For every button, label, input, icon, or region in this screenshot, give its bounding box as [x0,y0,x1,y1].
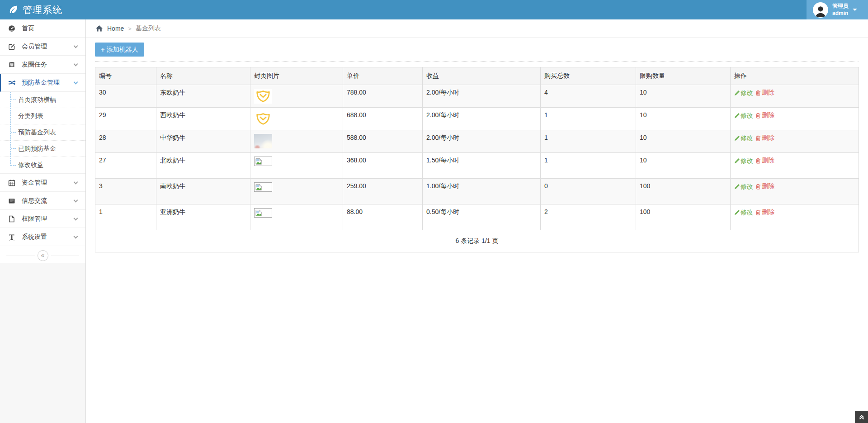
add-robot-button[interactable]: + 添加机器人 [95,43,144,57]
cell-price: 88.00 [343,204,423,230]
cell-limit: 100 [636,204,731,230]
breadcrumb-home[interactable]: Home [107,25,124,32]
table-row: 27北欧奶牛368.001.50/每小时110修改删除 [95,153,859,179]
cell-limit: 10 [636,153,731,179]
cell-image [250,85,343,108]
cell-name: 亚洲奶牛 [156,204,250,230]
sidebar-subitem-label: 分类列表 [18,112,43,120]
sidebar-subitem-purchased[interactable]: 已购预防基金 [0,141,85,157]
main-area: Home > 基金列表 + 添加机器人 编号名称封页图片单价收益购买总数限购数量… [86,19,868,423]
edit-icon [8,43,16,50]
cell-id: 27 [95,153,156,179]
delete-link[interactable]: 删除 [755,89,774,97]
sidebar-item-fund-mgmt[interactable]: 预防基金管理 [0,74,85,92]
delete-link[interactable]: 删除 [755,157,774,165]
cell-actions: 修改删除 [731,85,859,108]
sidebar-subitem-profit[interactable]: 修改收益 [0,157,85,173]
table-row: 3南欧奶牛259.001.00/每小时0100修改删除 [95,179,859,204]
chevron-down-icon [74,80,78,84]
double-chevron-up-icon [859,414,865,420]
column-header: 限购数量 [636,67,731,85]
cell-limit: 10 [636,130,731,153]
sidebar-item-permissions[interactable]: 权限管理 [0,210,85,228]
chevron-down-icon [74,198,78,202]
add-robot-label: 添加机器人 [107,46,138,54]
cover-image-broken [254,208,272,218]
cell-id: 29 [95,108,156,130]
cell-name: 西欧奶牛 [156,108,250,130]
delete-link[interactable]: 删除 [755,182,774,190]
sidebar-item-funds[interactable]: 资金管理 [0,174,85,192]
sidebar-subitem-label: 预防基金列表 [18,128,56,137]
user-menu[interactable]: 管理员 admin [807,0,868,19]
file-icon [8,215,16,223]
table-header-row: 编号名称封页图片单价收益购买总数限购数量操作 [95,67,859,85]
edit-link[interactable]: 修改 [734,112,753,120]
column-header: 编号 [95,67,156,85]
column-header: 名称 [156,67,250,85]
cell-price: 368.00 [343,153,423,179]
fund-table: 编号名称封页图片单价收益购买总数限购数量操作 30东欧奶牛788.002.00/… [95,67,859,252]
cell-image [250,153,343,179]
cell-profit: 2.00/每小时 [423,85,541,108]
sidebar-item-label: 发圈任务 [22,61,74,69]
cell-id: 3 [95,179,156,204]
cell-price: 259.00 [343,179,423,204]
back-to-top-button[interactable] [855,411,868,423]
sidebar-subitem-fund-list[interactable]: 预防基金列表 [0,124,85,141]
fund-table-body: 30东欧奶牛788.002.00/每小时410修改删除29西欧奶牛688.002… [95,85,859,230]
cell-price: 588.00 [343,130,423,153]
sidebar-item-label: 资金管理 [22,179,74,187]
shuffle-icon [8,79,16,86]
content: + 添加机器人 编号名称封页图片单价收益购买总数限购数量操作 30东欧奶牛788… [86,38,868,252]
cell-actions: 修改删除 [731,153,859,179]
column-header: 购买总数 [541,67,636,85]
user-name: admin [832,10,849,17]
sidebar-item-label: 会员管理 [22,43,74,51]
sidebar-item-members[interactable]: 会员管理 [0,38,85,56]
record-count: 6 条记录 1/1 页 [95,230,859,252]
cell-limit: 10 [636,108,731,130]
sidebar-item-home[interactable]: 首页 [0,19,85,38]
column-header: 收益 [423,67,541,85]
edit-link[interactable]: 修改 [734,183,753,191]
cell-id: 28 [95,130,156,153]
list-icon [8,197,16,204]
edit-link[interactable]: 修改 [734,209,753,217]
cell-bought: 0 [541,179,636,204]
sidebar: 首页 会员管理 发圈任务 预防基金管理 首页滚动横幅 分类列表 [0,19,86,423]
cell-name: 东欧奶牛 [156,85,250,108]
chevron-down-icon [74,216,78,220]
edit-link[interactable]: 修改 [734,89,753,97]
sidebar-item-messages[interactable]: 信息交流 [0,192,85,210]
sidebar-collapse[interactable]: « [0,248,85,263]
avatar [813,2,828,18]
breadcrumb: Home > 基金列表 [86,19,868,38]
cell-profit: 0.50/每小时 [423,204,541,230]
sidebar-subitem-banner[interactable]: 首页滚动横幅 [0,92,85,108]
cell-id: 30 [95,85,156,108]
cell-bought: 4 [541,85,636,108]
cover-image-shield [254,89,272,104]
caret-down-icon [853,9,857,13]
cell-actions: 修改删除 [731,179,859,204]
cell-actions: 修改删除 [731,108,859,130]
delete-link[interactable]: 删除 [755,134,774,142]
chevron-down-icon [74,234,78,238]
edit-link[interactable]: 修改 [734,157,753,165]
sidebar-subitem-label: 已购预防基金 [18,145,56,153]
sidebar-item-tasks[interactable]: 发圈任务 [0,56,85,74]
cell-profit: 1.50/每小时 [423,153,541,179]
cell-profit: 2.00/每小时 [423,130,541,153]
edit-link[interactable]: 修改 [734,134,753,143]
column-header: 封页图片 [250,67,343,85]
sidebar-item-settings[interactable]: 系统设置 [0,228,85,246]
breadcrumb-separator: > [128,25,132,32]
column-header: 单价 [343,67,423,85]
delete-link[interactable]: 删除 [755,111,774,119]
delete-link[interactable]: 删除 [755,208,774,216]
sidebar-item-label: 预防基金管理 [22,79,74,87]
sidebar-item-label: 信息交流 [22,197,74,205]
sidebar-subitem-category[interactable]: 分类列表 [0,108,85,124]
cell-actions: 修改删除 [731,204,859,230]
